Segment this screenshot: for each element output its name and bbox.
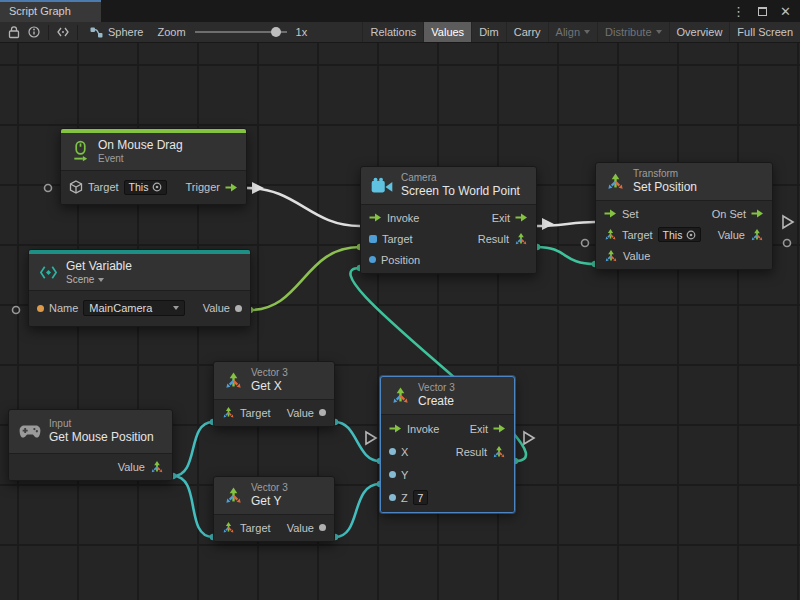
node-get-variable[interactable]: Get Variable Scene Name MainCamera Value: [28, 249, 251, 327]
node-header[interactable]: Get Variable Scene: [29, 254, 250, 290]
wire-mousepos-to-getx[interactable]: [173, 422, 213, 476]
vector3-port-icon[interactable]: [492, 445, 506, 459]
port-value-label: Value: [287, 522, 314, 534]
flow-arrow-icon[interactable]: [389, 422, 402, 435]
title-bar: Script Graph ⋮ ✕: [0, 0, 800, 22]
zoom-label: Zoom: [157, 26, 185, 38]
node-on-mouse-drag[interactable]: On Mouse Drag Event Target This Trigger: [60, 128, 247, 205]
wire-getx-to-x[interactable]: [335, 422, 380, 461]
flow-port-triangle-icon[interactable]: [366, 432, 376, 444]
vector3-port-icon[interactable]: [604, 249, 618, 263]
value-port-dot[interactable]: [235, 305, 242, 312]
graph-name: Sphere: [108, 26, 143, 38]
vector3-port-icon[interactable]: [750, 228, 764, 242]
flow-arrow-icon[interactable]: [751, 207, 764, 220]
float-port-dot[interactable]: [389, 494, 396, 501]
graph-canvas[interactable]: On Mouse Drag Event Target This Trigger: [0, 43, 800, 600]
unconnected-port-ring[interactable]: [45, 185, 52, 192]
transform-port-icon[interactable]: [604, 228, 617, 241]
node-header[interactable]: Camera Screen To World Point: [361, 167, 536, 204]
port-invoke-label: Invoke: [387, 212, 419, 224]
z-value-field[interactable]: 7: [413, 490, 428, 505]
port-position-label: Position: [381, 254, 420, 266]
flow-arrow-icon[interactable]: [493, 422, 506, 435]
node-vector3-create[interactable]: Vector 3 Create Invoke Exit X: [380, 376, 515, 513]
node-get-mouse-position[interactable]: Input Get Mouse Position Value: [8, 409, 173, 481]
node-header[interactable]: Vector 3 Create: [381, 377, 514, 414]
port-name-label: Name: [49, 302, 78, 314]
variable-scope-dropdown[interactable]: Scene: [66, 274, 132, 285]
flow-arrow-icon[interactable]: [369, 211, 382, 224]
vector3-port-icon[interactable]: [222, 406, 235, 419]
target-this-icon: [686, 230, 696, 240]
this-chip[interactable]: This: [124, 180, 168, 195]
flow-arrow-icon[interactable]: [225, 181, 238, 194]
graph-breadcrumb[interactable]: Sphere: [82, 26, 153, 39]
node-vector3-get-y[interactable]: Vector 3 Get Y Target Value: [213, 476, 335, 542]
maximize-icon[interactable]: [758, 7, 767, 16]
wire-variable-to-target[interactable]: [250, 247, 360, 310]
close-icon[interactable]: ✕: [780, 5, 791, 18]
overview-button[interactable]: Overview: [669, 22, 730, 42]
node-screen-to-world-point[interactable]: Camera Screen To World Point Invoke Exit…: [360, 166, 537, 274]
node-header[interactable]: Vector 3 Get X: [214, 362, 334, 399]
wire-result-to-value[interactable]: [537, 247, 595, 264]
node-header[interactable]: Input Get Mouse Position: [9, 410, 172, 453]
chevron-down-icon: [584, 30, 590, 34]
info-icon[interactable]: [24, 22, 44, 43]
float-port-dot[interactable]: [389, 448, 396, 455]
flow-port-triangle-icon[interactable]: [783, 216, 793, 228]
variable-name-dropdown[interactable]: MainCamera: [83, 300, 185, 316]
this-chip[interactable]: This: [658, 227, 702, 242]
toolbar-left: Sphere Zoom 1x: [0, 22, 307, 42]
window-menu-icon[interactable]: ⋮: [732, 5, 745, 18]
unconnected-port-ring[interactable]: [784, 240, 791, 247]
relations-button[interactable]: Relations: [362, 22, 423, 42]
node-header[interactable]: Transform Set Position: [596, 163, 772, 200]
fullscreen-button[interactable]: Full Screen: [729, 22, 800, 42]
float-port-dot[interactable]: [319, 409, 326, 416]
string-port-dot[interactable]: [37, 305, 44, 312]
carry-button[interactable]: Carry: [506, 22, 548, 42]
port-target-label: Target: [240, 522, 271, 534]
lock-icon[interactable]: [4, 22, 24, 43]
camera-port-square[interactable]: [369, 235, 377, 243]
flow-arrow-icon[interactable]: [515, 211, 528, 224]
port-invoke-label: Invoke: [407, 423, 439, 435]
transform-icon: [606, 172, 625, 191]
dim-button[interactable]: Dim: [471, 22, 506, 42]
port-target-label: Target: [240, 407, 271, 419]
port-z-label: Z: [401, 492, 408, 504]
tab-script-graph[interactable]: Script Graph: [0, 0, 101, 22]
zoom-slider-handle[interactable]: [271, 27, 281, 37]
wire-mousepos-to-gety[interactable]: [173, 476, 213, 537]
vector3-port-icon[interactable]: [514, 232, 528, 246]
unconnected-port-ring[interactable]: [13, 307, 20, 314]
distribute-button[interactable]: Distribute: [597, 22, 668, 42]
flow-arrow-icon[interactable]: [604, 207, 617, 220]
float-port-dot[interactable]: [389, 471, 396, 478]
port-result-label: Result: [456, 446, 487, 458]
zoom-value: 1x: [296, 26, 308, 38]
wire-gety-to-y[interactable]: [335, 484, 380, 537]
zoom-slider[interactable]: [195, 31, 287, 33]
unconnected-port-ring[interactable]: [582, 240, 589, 247]
float-port-dot[interactable]: [319, 524, 326, 531]
port-value-label: Value: [118, 461, 145, 473]
wire-trigger-to-invoke[interactable]: [247, 188, 360, 226]
toolbar-separator: [77, 25, 78, 40]
vector3-port-dot[interactable]: [369, 256, 376, 263]
node-header[interactable]: On Mouse Drag Event: [61, 133, 246, 170]
align-button[interactable]: Align: [548, 22, 597, 42]
values-button[interactable]: Values: [423, 22, 471, 42]
vector3-port-icon[interactable]: [150, 460, 164, 474]
flow-port-triangle-icon[interactable]: [524, 432, 534, 444]
vector3-port-icon[interactable]: [222, 521, 235, 534]
node-vector3-get-x[interactable]: Vector 3 Get X Target Value: [213, 361, 335, 427]
chevron-down-icon: [173, 306, 179, 310]
gamepad-icon: [19, 424, 41, 439]
node-title: Set Position: [633, 180, 697, 195]
node-header[interactable]: Vector 3 Get Y: [214, 477, 334, 514]
code-icon[interactable]: [53, 22, 73, 43]
node-set-position[interactable]: Transform Set Position Set On Set Target: [595, 162, 773, 270]
